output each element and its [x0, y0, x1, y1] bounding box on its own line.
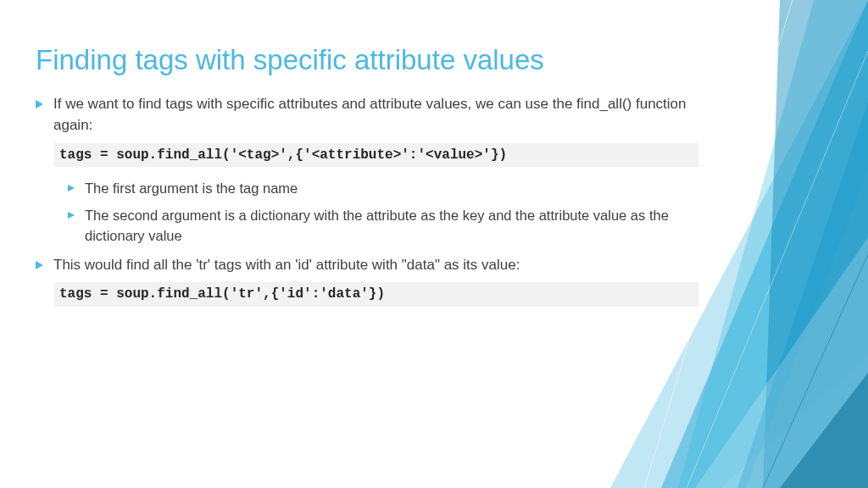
bullet-text: The first argument is the tag name [85, 179, 298, 199]
list-item: If we want to find tags with specific at… [36, 94, 698, 136]
bullet-list: This would find all the 'tr' tags with a… [36, 255, 698, 276]
list-item: The first argument is the tag name [68, 179, 698, 199]
list-item: This would find all the 'tr' tags with a… [36, 255, 698, 276]
bullet-text: This would find all the 'tr' tags with a… [53, 255, 520, 276]
slide-title: Finding tags with specific attribute val… [36, 42, 698, 77]
list-item: The second argument is a dictionary with… [68, 206, 698, 247]
bullet-icon [36, 100, 43, 108]
bullet-text: The second argument is a dictionary with… [85, 206, 698, 247]
bullet-icon [36, 261, 43, 269]
sub-bullet-list: The first argument is the tag name The s… [36, 179, 698, 247]
slide-content: Finding tags with specific attribute val… [0, 0, 868, 352]
bullet-icon [68, 212, 75, 219]
code-block: tags = soup.find_all('tr',{'id':'data'}) [54, 282, 698, 306]
bullet-text: If we want to find tags with specific at… [53, 94, 698, 136]
bullet-icon [68, 185, 75, 191]
code-block: tags = soup.find_all('<tag>',{'<attribut… [54, 143, 698, 167]
bullet-list: If we want to find tags with specific at… [36, 94, 698, 136]
